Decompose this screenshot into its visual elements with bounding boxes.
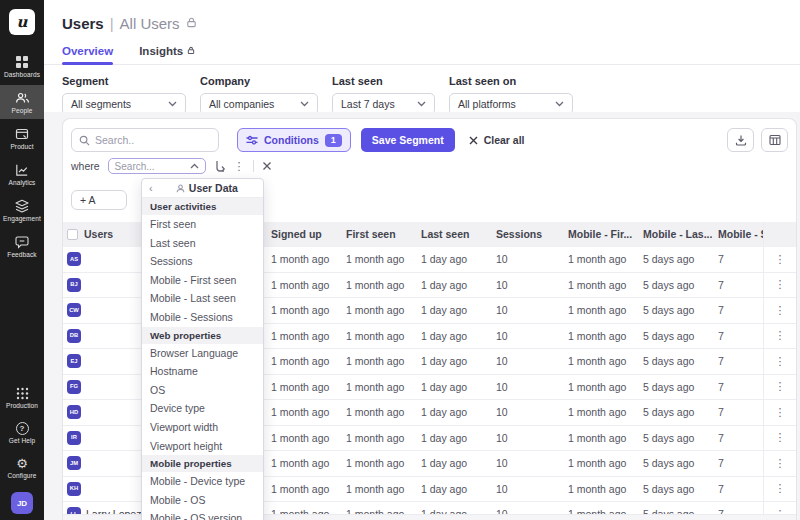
back-chevron-icon[interactable]: ‹ — [149, 183, 153, 194]
dropdown-item[interactable]: Mobile - First seen — [142, 271, 263, 290]
cell-first_seen: 1 month ago — [346, 477, 421, 502]
kebab-menu-icon[interactable]: ⋮ — [775, 432, 786, 443]
cell-signed_up: 1 month ago — [271, 324, 346, 349]
cell-signed_up: 1 month ago — [271, 247, 346, 272]
save-segment-button[interactable]: Save Segment — [361, 128, 455, 152]
filter-label: Last seen — [332, 75, 435, 87]
cell-last_seen: 1 day ago — [421, 273, 496, 298]
row-actions-cell: ⋮ — [763, 426, 796, 451]
cell-sessions: 10 — [496, 426, 568, 451]
columns-button[interactable] — [761, 128, 788, 152]
dropdown-item[interactable]: Sessions — [142, 252, 263, 271]
kebab-menu-icon[interactable]: ⋮ — [775, 381, 786, 392]
sidebar-item-label: People — [12, 107, 33, 114]
sidebar-item-people[interactable]: People — [0, 85, 44, 119]
cell-last_seen: 1 day ago — [421, 298, 496, 323]
sidebar-item-get-help[interactable]: ? Get Help — [0, 416, 44, 449]
clear-all-label: Clear all — [484, 134, 525, 146]
export-button[interactable] — [727, 128, 754, 152]
cell-m_first: 1 month ago — [568, 349, 643, 374]
conditions-button[interactable]: Conditions 1 — [237, 128, 351, 152]
cell-last_seen: 1 day ago — [421, 247, 496, 272]
kebab-menu-icon[interactable]: ⋮ — [775, 254, 786, 265]
sidebar-item-analytics[interactable]: Analytics — [0, 157, 44, 191]
sidebar-item-product[interactable]: Product — [0, 121, 44, 155]
dropdown-item[interactable]: Hostname — [142, 362, 263, 381]
people-icon — [15, 91, 30, 105]
dropdown-section-header: Mobile properties — [142, 455, 263, 472]
dropdown-item[interactable]: Mobile - Sessions — [142, 308, 263, 327]
kebab-menu-icon[interactable]: ⋮ — [775, 483, 786, 494]
cell-sessions: 10 — [496, 349, 568, 374]
add-condition-button[interactable]: + A — [71, 190, 127, 210]
cell-first_seen: 1 month ago — [346, 349, 421, 374]
kebab-menu-icon[interactable]: ⋮ — [775, 330, 786, 341]
cell-sessions: 10 — [496, 477, 568, 502]
dropdown-item[interactable]: Mobile - Last seen — [142, 289, 263, 308]
lock-icon — [186, 14, 197, 32]
sidebar-item-dashboards[interactable]: Dashboards — [0, 49, 44, 83]
cell-m_last: 5 days ago — [643, 349, 718, 374]
grid-icon — [15, 55, 29, 69]
avatar: JM — [67, 456, 81, 470]
dropdown-item[interactable]: First seen — [142, 215, 263, 234]
dropdown-item[interactable]: Device type — [142, 399, 263, 418]
kebab-menu-icon[interactable]: ⋮ — [775, 279, 786, 290]
kebab-menu-icon[interactable]: ⋮ — [775, 407, 786, 418]
kebab-menu-icon[interactable]: ⋮ — [775, 356, 786, 367]
userpilot-logo[interactable]: u — [9, 9, 35, 35]
dropdown-item[interactable]: Last seen — [142, 234, 263, 253]
sidebar-item-feedback[interactable]: Feedback — [0, 229, 44, 263]
cell-m_last: 5 days ago — [643, 375, 718, 400]
cell-m_sessions: 7 — [718, 349, 763, 374]
cell-signed_up: 1 month ago — [271, 349, 346, 374]
account-avatar[interactable]: JD — [11, 492, 33, 514]
nest-condition-icon[interactable] — [214, 160, 226, 173]
clear-all-button[interactable]: Clear all — [469, 134, 525, 146]
cell-sessions: 10 — [496, 375, 568, 400]
row-actions-cell: ⋮ — [763, 451, 796, 476]
cell-first_seen: 1 month ago — [346, 451, 421, 476]
row-actions-cell: ⋮ — [763, 324, 796, 349]
dropdown-item[interactable]: Mobile - Device type — [142, 472, 263, 491]
header-mobile-last: Mobile - Las... — [643, 222, 718, 247]
sidebar-item-label: Get Help — [9, 437, 35, 444]
remove-condition-icon[interactable] — [262, 161, 272, 171]
kebab-menu-icon[interactable]: ⋮ — [775, 458, 786, 469]
sidebar-item-configure[interactable]: ⚙ Configure — [0, 451, 44, 484]
cell-sessions: 10 — [496, 273, 568, 298]
kebab-menu-icon[interactable]: ⋮ — [775, 305, 786, 316]
select-value: Last 7 days — [341, 98, 395, 110]
cell-m_last: 5 days ago — [643, 451, 718, 476]
cell-m_last: 5 days ago — [643, 426, 718, 451]
divider — [253, 160, 254, 172]
avatar: BJ — [67, 278, 81, 292]
tab-label: Overview — [62, 45, 113, 57]
dropdown-item[interactable]: Mobile - OS version — [142, 509, 263, 520]
field-select-trigger[interactable]: Search... — [108, 158, 206, 174]
row-actions-cell: ⋮ — [763, 375, 796, 400]
cell-m_sessions: 7 — [718, 375, 763, 400]
dropdown-item[interactable]: Mobile - OS — [142, 491, 263, 510]
dropdown-item[interactable]: Viewport height — [142, 437, 263, 456]
window-icon — [15, 127, 29, 141]
dropdown-item[interactable]: Browser Language — [142, 344, 263, 363]
tab-overview[interactable]: Overview — [62, 46, 113, 64]
avatar: AS — [67, 252, 81, 266]
header-mobile-sessions: Mobile - Ses. — [718, 222, 763, 247]
tab-insights[interactable]: Insights — [139, 46, 195, 64]
sidebar-item-production[interactable]: Production — [0, 381, 44, 414]
dropdown-header: ‹ User Data — [142, 179, 263, 198]
condition-menu-icon[interactable]: ⋮ — [234, 161, 245, 172]
row-actions-cell: ⋮ — [763, 349, 796, 374]
dropdown-item[interactable]: Viewport width — [142, 418, 263, 437]
dropdown-item[interactable]: OS — [142, 381, 263, 400]
search-input[interactable] — [95, 134, 205, 146]
cell-last_seen: 1 day ago — [421, 451, 496, 476]
search-box[interactable] — [71, 128, 219, 152]
chevron-down-icon — [168, 101, 177, 107]
cell-m_last: 5 days ago — [643, 298, 718, 323]
sidebar-item-engagement[interactable]: Engagement — [0, 193, 44, 227]
select-all-checkbox[interactable] — [67, 229, 78, 240]
chat-icon — [15, 235, 29, 249]
